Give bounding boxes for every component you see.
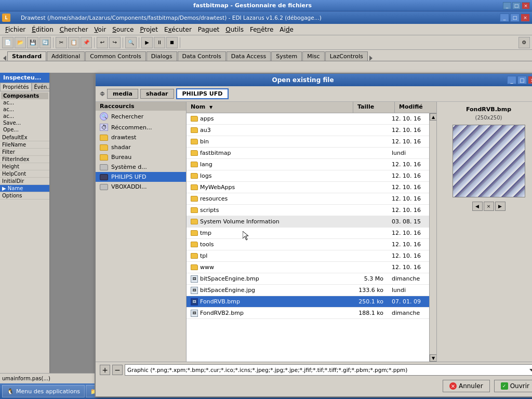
tab-dialogs[interactable]: Dialogs bbox=[147, 51, 177, 61]
menu-voir[interactable]: Voir bbox=[91, 25, 109, 34]
col-nom[interactable]: Nom ▼ bbox=[187, 102, 353, 113]
menu-source[interactable]: Source bbox=[109, 25, 137, 34]
comp-tabs-right-arrow[interactable] bbox=[369, 56, 373, 61]
menu-executer[interactable]: Exécuter bbox=[161, 25, 195, 34]
toolbar-icon-8[interactable]: ↩ bbox=[97, 37, 108, 48]
shortcut-system[interactable]: Système d... bbox=[96, 162, 186, 172]
file-row-lang[interactable]: lang 12. 10. 16 bbox=[187, 159, 429, 170]
toolbar-icon-9[interactable]: ↪ bbox=[109, 37, 121, 48]
edi-minimize-button[interactable]: _ bbox=[500, 14, 509, 22]
toolbar-icon-7[interactable]: 📌 bbox=[81, 37, 92, 48]
file-row-fondrvb2[interactable]: 🖼 FondRVB2.bmp 188.1 ko dimanche bbox=[187, 308, 429, 319]
file-row-resources[interactable]: resources 12. 10. 16 bbox=[187, 193, 429, 205]
scroll-up-button[interactable]: ▲ bbox=[430, 113, 436, 121]
menu-projet[interactable]: Projet bbox=[137, 25, 161, 34]
file-row-au3[interactable]: au3 12. 10. 16 bbox=[187, 125, 429, 136]
menu-outils[interactable]: Outils bbox=[222, 25, 247, 34]
preview-btn-2[interactable]: ▶ bbox=[495, 202, 506, 211]
tab-standard[interactable]: Standard bbox=[7, 51, 46, 61]
col-taille[interactable]: Taille bbox=[353, 102, 395, 113]
file-row-tmp[interactable]: tmp 12. 10. 16 bbox=[187, 228, 429, 239]
comp-item-2[interactable]: ac... bbox=[1, 106, 48, 113]
maximize-button[interactable]: □ bbox=[512, 2, 521, 9]
file-row-tools[interactable]: tools 12. 10. 16 bbox=[187, 239, 429, 250]
prop-options-value[interactable] bbox=[31, 193, 49, 198]
prop-helpcont-value[interactable] bbox=[31, 171, 49, 177]
shortcut-bureau[interactable]: Bureau bbox=[96, 152, 186, 162]
file-row-fastbitmap[interactable]: fastbitmap lundi bbox=[187, 148, 429, 159]
prop-filename-value[interactable] bbox=[31, 142, 49, 148]
prop-defaultex-value[interactable] bbox=[31, 135, 49, 140]
cancel-button[interactable]: ✕ Annuler bbox=[443, 380, 490, 392]
dialog-minimize-button[interactable]: _ bbox=[507, 76, 516, 84]
edi-close-button[interactable]: × bbox=[521, 14, 530, 22]
shortcut-recent[interactable]: ⏱ Réccommen... bbox=[96, 122, 186, 132]
toolbar-icon-11[interactable]: ▶ bbox=[141, 37, 153, 48]
file-row-sysvolinfo[interactable]: System Volume Information 03. 08. 15 bbox=[187, 216, 429, 228]
toolbar-icon-4[interactable]: 🔄 bbox=[39, 37, 51, 48]
breadcrumb-philips-ufd[interactable]: PHILIPS UFD bbox=[176, 88, 229, 99]
tab-system[interactable]: System bbox=[271, 51, 302, 61]
comp-item-3[interactable]: ac... bbox=[1, 113, 48, 119]
file-row-bitspaceengine-bmp[interactable]: 🖼 bitSpaceEngine.bmp 5.3 Mo dimanche bbox=[187, 273, 429, 285]
tab-additional[interactable]: Additional bbox=[47, 51, 85, 61]
toolbar-icon-2[interactable]: 📂 bbox=[15, 37, 26, 48]
prop-filter-value[interactable] bbox=[31, 149, 49, 155]
file-row-apps[interactable]: apps 12. 10. 16 bbox=[187, 113, 429, 125]
toolbar-icon-6[interactable]: 📋 bbox=[68, 37, 79, 48]
menu-fichier[interactable]: Fichier bbox=[2, 25, 29, 34]
file-row-bin[interactable]: bin 12. 10. 16 bbox=[187, 136, 429, 148]
dialog-close-button[interactable]: × bbox=[528, 76, 532, 84]
comp-item-1[interactable]: ac... bbox=[1, 99, 48, 106]
taskbar-menu-applications[interactable]: 🐧 Menu des applications bbox=[2, 385, 85, 397]
close-button[interactable]: × bbox=[522, 2, 530, 9]
minimize-button[interactable]: _ bbox=[503, 2, 511, 9]
remove-bookmark-button[interactable]: − bbox=[112, 365, 123, 375]
comp-item-open[interactable]: Ope... bbox=[1, 126, 48, 133]
prop-name-value[interactable] bbox=[31, 185, 49, 191]
breadcrumb-shadar[interactable]: shadar bbox=[140, 89, 174, 99]
tab-data-controls[interactable]: Data Controls bbox=[178, 51, 226, 61]
file-filter-dropdown[interactable]: Graphic (*.png;*.xpm;*.bmp;*.cur;*.ico;*… bbox=[125, 364, 532, 376]
shortcut-drawtest[interactable]: drawtest bbox=[96, 132, 186, 142]
tab-data-access[interactable]: Data Access bbox=[227, 51, 271, 61]
tab-events[interactable]: Évén... bbox=[32, 83, 50, 91]
toolbar-icon-12[interactable]: ⏸ bbox=[154, 37, 165, 48]
toolbar-icon-13[interactable]: ⏹ bbox=[166, 37, 178, 48]
toolbar-icon-5[interactable]: ✂ bbox=[56, 37, 67, 48]
scroll-track[interactable] bbox=[430, 121, 436, 354]
dialog-maximize-button[interactable]: □ bbox=[517, 76, 527, 84]
file-row-scripts[interactable]: scripts 12. 10. 16 bbox=[187, 205, 429, 216]
ok-button[interactable]: ✓ Ouvrir bbox=[494, 380, 532, 392]
toolbar-icon-14[interactable]: ⚙ bbox=[518, 37, 530, 48]
menu-aide[interactable]: Aide bbox=[276, 25, 297, 34]
menu-chercher[interactable]: Chercher bbox=[57, 25, 91, 34]
file-row-bitspaceengine-jpg[interactable]: 🖼 bitSpaceEngine.jpg 133.6 ko lundi bbox=[187, 285, 429, 296]
comp-tabs-left-arrow[interactable] bbox=[3, 56, 6, 61]
file-row-logs[interactable]: logs 12. 10. 16 bbox=[187, 170, 429, 182]
scroll-down-button[interactable]: ▼ bbox=[430, 354, 436, 362]
prop-filterindex-value[interactable] bbox=[31, 156, 49, 162]
tab-properties[interactable]: Propriétés bbox=[0, 83, 32, 91]
tab-common-controls[interactable]: Common Controls bbox=[85, 51, 146, 61]
shortcut-philips-ufd[interactable]: PHILIPS UFD bbox=[96, 172, 186, 182]
shortcut-rechercher[interactable]: 🔍 Rechercher bbox=[96, 111, 186, 122]
preview-btn-1[interactable]: ◀ bbox=[472, 202, 483, 211]
breadcrumb-media[interactable]: media bbox=[107, 89, 138, 99]
edi-maximize-button[interactable]: □ bbox=[510, 14, 520, 22]
file-row-mywebapps[interactable]: MyWebApps 12. 10. 16 bbox=[187, 182, 429, 193]
file-row-fondrvb[interactable]: 🖼 FondRVB.bmp 250.1 ko 07. 01. 09 bbox=[187, 296, 429, 308]
toolbar-icon-1[interactable]: 📄 bbox=[2, 37, 14, 48]
toolbar-icon-3[interactable]: 💾 bbox=[27, 37, 38, 48]
shortcut-shadar[interactable]: shadar bbox=[96, 142, 186, 152]
tab-lazcontrols[interactable]: LazControls bbox=[325, 51, 368, 61]
menu-fenetre[interactable]: Fenêtre bbox=[247, 25, 276, 34]
add-bookmark-button[interactable]: + bbox=[100, 365, 110, 375]
menu-paquet[interactable]: Paquet bbox=[195, 25, 222, 34]
file-row-tpl[interactable]: tpl 12. 10. 16 bbox=[187, 250, 429, 262]
file-row-www[interactable]: www 12. 10. 16 bbox=[187, 262, 429, 273]
prop-height-value[interactable] bbox=[31, 164, 49, 169]
menu-edition[interactable]: Édition bbox=[29, 25, 57, 34]
prop-initialdir-value[interactable] bbox=[31, 178, 49, 184]
tab-misc[interactable]: Misc bbox=[302, 51, 324, 61]
